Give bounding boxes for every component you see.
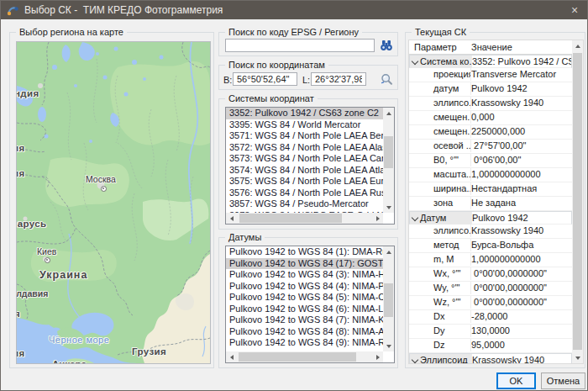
datum-list-hscrollbar[interactable] bbox=[226, 351, 383, 362]
current-cs-table[interactable]: Параметр Значение Система ко...3352: Pul… bbox=[408, 40, 584, 364]
parameter-row[interactable]: смещен...2250000,000 bbox=[409, 125, 572, 140]
epsg-group-label: Поиск по коду EPSG / Региону bbox=[225, 27, 362, 38]
scroll-up-icon[interactable] bbox=[383, 108, 394, 119]
cs-list-hscrollbar[interactable] bbox=[226, 213, 383, 224]
scroll-up-icon[interactable] bbox=[383, 246, 394, 257]
l-field-label: L: bbox=[302, 75, 310, 85]
cs-list-item[interactable]: 3395: WGS 84 / World Mercator bbox=[226, 119, 383, 131]
cs-hscroll-thumb[interactable] bbox=[239, 214, 342, 223]
parameter-row[interactable]: ЭллипсоидKrassowsky 1940 bbox=[409, 353, 572, 363]
ok-button-label: OK bbox=[510, 376, 523, 386]
magnifier-icon bbox=[381, 73, 393, 86]
coordinate-systems-list[interactable]: 3352: Pulkovo 1942 / CS63 zone C23395: W… bbox=[225, 107, 395, 225]
cs-list-item[interactable]: 3352: Pulkovo 1942 / CS63 zone C2 bbox=[226, 108, 383, 119]
datum-hscroll-thumb[interactable] bbox=[239, 352, 356, 362]
parameter-row[interactable]: Dz95,0000 bbox=[409, 339, 572, 353]
title-bar[interactable]: Выбор СК - ТИМ КРЕДО Фотограмметрия × bbox=[1, 1, 587, 19]
parameter-row[interactable]: проекцияTransverse Mercator bbox=[409, 68, 572, 82]
parameter-row[interactable]: датумPulkovo 1942 bbox=[409, 82, 572, 97]
expand-chevron-icon[interactable] bbox=[412, 58, 418, 65]
coord-search-button[interactable] bbox=[379, 71, 394, 87]
value-column-header: Значение bbox=[471, 41, 512, 53]
parameter-row[interactable]: ширина...Нестандартная bbox=[409, 182, 572, 197]
parameter-name: Dy bbox=[433, 325, 444, 337]
expand-chevron-icon[interactable] bbox=[412, 214, 418, 221]
scroll-right-icon[interactable] bbox=[372, 213, 383, 224]
cs-list-item[interactable]: 3571: WGS 84 / North Pole LAEA Bering Se… bbox=[226, 130, 383, 142]
parameter-value: Нестандартная bbox=[471, 182, 572, 195]
parameter-value: Krassowsky 1940 bbox=[472, 354, 571, 363]
parameter-row[interactable]: смещен...0,000 bbox=[409, 111, 572, 125]
cs-vscroll-thumb[interactable] bbox=[384, 136, 393, 168]
close-button[interactable]: × bbox=[562, 1, 587, 19]
parameter-row[interactable]: m, M1,000000000000 bbox=[409, 253, 572, 267]
parameter-row[interactable]: Wx, °'" 0°00'00,0000000" bbox=[409, 267, 572, 282]
datum-list-vscrollbar[interactable] bbox=[383, 246, 394, 351]
cs-list-vscrollbar[interactable] bbox=[383, 108, 394, 213]
datum-list-item[interactable]: Pulkovo 1942 to WGS 84 (17): GOST-Rus bbox=[226, 258, 383, 270]
parameter-row[interactable]: методБурса-Вольфа bbox=[409, 239, 572, 253]
cs-list-item[interactable]: 3857: WGS 84 / Pseudo-Mercator bbox=[226, 198, 383, 210]
datum-list-item[interactable]: Pulkovo 1942 to WGS 84 (1): DMA-Rus bbox=[226, 246, 383, 258]
cancel-button[interactable]: Отмена bbox=[541, 373, 585, 389]
parameter-value: Transverse Mercator bbox=[471, 68, 572, 81]
parameter-name: Эллипсоид bbox=[420, 354, 468, 363]
cs-list-item[interactable]: 3574: WGS 84 / North Pole LAEA Atlantic bbox=[226, 165, 383, 177]
epsg-search-button[interactable] bbox=[378, 38, 395, 53]
param-column-header: Параметр bbox=[414, 41, 457, 53]
ok-button[interactable]: OK bbox=[496, 373, 536, 389]
parameter-value: 95,0000 bbox=[471, 339, 572, 351]
epsg-search-input[interactable] bbox=[225, 39, 375, 52]
expand-chevron-icon[interactable] bbox=[412, 357, 418, 363]
cs-list-item[interactable]: 3575: WGS 84 / North Pole LAEA Europe bbox=[226, 176, 383, 188]
scroll-left-icon[interactable] bbox=[226, 213, 237, 224]
parameter-row[interactable]: масшта...1,000000000000 bbox=[409, 168, 572, 182]
parameter-row[interactable]: осевой ... 27°57'00,00" bbox=[409, 140, 572, 154]
cs-list-item[interactable]: 3573: WGS 84 / North Pole LAEA Canada bbox=[226, 153, 383, 165]
parameter-name: эллипсо... bbox=[433, 97, 471, 109]
scroll-left-icon[interactable] bbox=[226, 351, 237, 362]
table-vscroll-thumb[interactable] bbox=[573, 53, 582, 350]
datums-list[interactable]: Pulkovo 1942 to WGS 84 (1): DMA-RusPulko… bbox=[225, 246, 395, 363]
datum-list-item[interactable]: Pulkovo 1942 to WGS 84 (4): NIMA-Pol bbox=[226, 281, 383, 293]
cs-list-item[interactable]: 3572: WGS 84 / North Pole LAEA Alaska bbox=[226, 142, 383, 154]
parameter-name: Wx, °'" bbox=[433, 267, 460, 280]
region-map[interactable]: ндияияияМоскваларусьКиевУкраинаолдавияяЧ… bbox=[16, 41, 211, 364]
dialog-window: Выбор СК - ТИМ КРЕДО Фотограмметрия × Вы… bbox=[0, 0, 588, 391]
city-marker-icon bbox=[101, 186, 107, 192]
parameter-value: Krassowsky 1940 bbox=[471, 97, 572, 109]
window-title: Выбор СК - ТИМ КРЕДО Фотограмметрия bbox=[24, 4, 223, 16]
scroll-up-icon[interactable] bbox=[572, 40, 583, 51]
parameter-row[interactable]: эллипсо...Krassowsky 1940 bbox=[409, 97, 572, 111]
datum-vscroll-thumb[interactable] bbox=[384, 283, 393, 317]
scroll-down-icon[interactable] bbox=[383, 202, 394, 213]
cs-list-item[interactable]: 3576: WGS 84 / North Pole LAEA Russia bbox=[226, 188, 383, 199]
scroll-down-icon[interactable] bbox=[383, 341, 394, 351]
parameter-row[interactable]: эллипсо...Krassowsky 1940 bbox=[409, 225, 572, 239]
map-label: я bbox=[16, 309, 20, 319]
coordinate-systems-group: Системы координат 3352: Pulkovo 1942 / C… bbox=[218, 98, 398, 230]
datum-list-item[interactable]: Pulkovo 1942 to WGS 84 (7): NIMA-Kaz bbox=[226, 314, 383, 326]
parameter-row[interactable]: B0, °'" 0°06'00,00" bbox=[409, 154, 572, 168]
datum-list-item[interactable]: Pulkovo 1942 to WGS 84 (9): NIMA-Rom bbox=[226, 337, 383, 349]
datum-list-item[interactable]: Pulkovo 1942 to WGS 84 (8): NIMA-Alb bbox=[226, 326, 383, 338]
map-group-label: Выбор региона на карте bbox=[16, 27, 127, 38]
scroll-down-icon[interactable] bbox=[572, 352, 583, 363]
parameter-row[interactable]: Wy, °'" 0°00'00,0000000" bbox=[409, 282, 572, 296]
datum-list-item[interactable]: Pulkovo 1942 to WGS 84 (6): NIMA-Lva bbox=[226, 304, 383, 315]
scroll-right-icon[interactable] bbox=[372, 351, 383, 362]
table-vscrollbar[interactable] bbox=[572, 40, 583, 363]
parameter-name: метод bbox=[433, 239, 459, 251]
parameter-row[interactable]: Wz, °'" 0°00'00,0000000" bbox=[409, 296, 572, 310]
parameter-row[interactable]: ДатумPulkovo 1942 bbox=[409, 211, 572, 225]
datum-list-item[interactable]: Pulkovo 1942 to WGS 84 (3): NIMA-Hun bbox=[226, 269, 383, 281]
map-label: Москва bbox=[86, 174, 116, 184]
map-label: Анкара bbox=[52, 359, 87, 363]
parameter-row[interactable]: зонаНе задана bbox=[409, 197, 572, 211]
parameter-row[interactable]: Dx-28,0000 bbox=[409, 310, 572, 325]
parameter-row[interactable]: Dy130,0000 bbox=[409, 325, 572, 339]
l-coordinate-input[interactable] bbox=[311, 72, 366, 86]
datum-list-item[interactable]: Pulkovo 1942 to WGS 84 (5): NIMA-Cze bbox=[226, 292, 383, 304]
b-coordinate-input[interactable] bbox=[233, 72, 297, 86]
parameter-row[interactable]: Система ко...3352: Pulkovo 1942 / CS63 .… bbox=[409, 55, 572, 68]
